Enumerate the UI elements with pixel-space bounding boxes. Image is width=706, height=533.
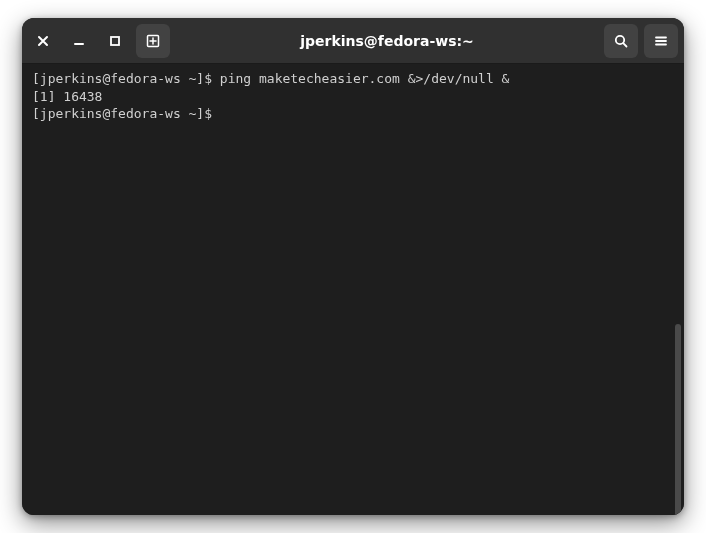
svg-rect-0 [111,37,119,45]
close-button[interactable] [28,26,58,56]
scrollbar[interactable] [675,324,681,515]
terminal-window: jperkins@fedora-ws:~ [jperkins@fedora-ws… [22,18,684,515]
terminal-body[interactable]: [jperkins@fedora-ws ~]$ ping maketecheas… [22,64,684,515]
window-title: jperkins@fedora-ws:~ [170,33,604,49]
search-button[interactable] [604,24,638,58]
terminal-line: [jperkins@fedora-ws ~]$ ping maketecheas… [32,70,674,88]
terminal-line: [1] 16438 [32,88,674,106]
maximize-button[interactable] [100,26,130,56]
hamburger-menu-button[interactable] [644,24,678,58]
new-tab-button[interactable] [136,24,170,58]
titlebar: jperkins@fedora-ws:~ [22,18,684,64]
terminal-line: [jperkins@fedora-ws ~]$ [32,105,674,123]
titlebar-left-controls [28,24,170,58]
minimize-button[interactable] [64,26,94,56]
titlebar-right-controls [604,24,678,58]
